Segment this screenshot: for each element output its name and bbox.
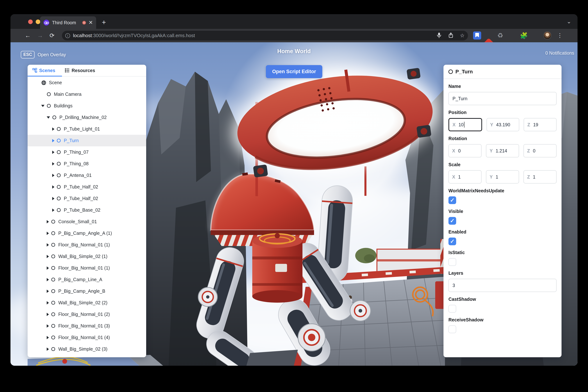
tree-node-p-thing-07[interactable]: P_Thing_07 bbox=[28, 146, 146, 158]
site-info-icon[interactable]: i bbox=[65, 33, 70, 38]
tree-node-p-turn[interactable]: P_Turn bbox=[28, 135, 146, 146]
caret-right-icon[interactable] bbox=[52, 139, 54, 142]
rotation-y-input[interactable]: Y1.214 bbox=[486, 144, 519, 158]
caret-right-icon[interactable] bbox=[52, 197, 54, 200]
back-button[interactable]: ← bbox=[24, 32, 32, 40]
caret-right-icon[interactable] bbox=[52, 208, 54, 212]
tree-node-p-big-camp-angle-b[interactable]: P_Big_Camp_Angle_B bbox=[28, 285, 146, 297]
tab-resources[interactable]: Resources bbox=[60, 65, 100, 76]
url-bar[interactable]: i localhost:3000/world/!vjrzmTVOcyIsLgaA… bbox=[62, 31, 468, 40]
open-script-editor-button[interactable]: Open Script Editor bbox=[266, 65, 322, 78]
tree-node-label: P_Tube_Light_01 bbox=[64, 126, 100, 132]
tree-node-label: Buildings bbox=[54, 103, 72, 108]
tree-node-floor-big-normal-01-1-[interactable]: Floor_Big_Normal_01 (1) bbox=[28, 239, 146, 250]
tree-node-label: P_Turn bbox=[64, 138, 79, 143]
tree-node-floor-big-normal-01-4-[interactable]: Floor_Big_Normal_01 (4) bbox=[28, 332, 146, 343]
receiveshadow-checkbox[interactable] bbox=[448, 326, 456, 333]
window-minimize-button[interactable] bbox=[36, 20, 40, 24]
microphone-icon[interactable] bbox=[436, 32, 442, 39]
position-y-input[interactable]: Y43.190 bbox=[486, 118, 520, 131]
tree-node-label: P_Thing_07 bbox=[64, 150, 88, 155]
tree-node-p-big-camp-line-a[interactable]: P_Big_Camp_Line_A bbox=[28, 274, 146, 285]
caret-right-icon[interactable] bbox=[52, 128, 54, 131]
new-tab-button[interactable]: + bbox=[100, 18, 108, 27]
node-circle-icon bbox=[51, 254, 55, 258]
caret-right-icon[interactable] bbox=[47, 313, 49, 316]
thirdroom-favicon-icon bbox=[44, 20, 49, 26]
tree-node-floor-big-normal-01-1-[interactable]: Floor_Big_Normal_01 (1) bbox=[28, 262, 146, 274]
node-circle-icon bbox=[57, 139, 61, 142]
tree-node-scene[interactable]: Scene bbox=[28, 77, 146, 88]
inspector-header: P_Turn bbox=[444, 65, 562, 79]
tree-node-p-tube-half-02[interactable]: P_Tube_Half_02 bbox=[28, 193, 146, 204]
tab-close-icon[interactable]: ✕ bbox=[88, 20, 93, 25]
caret-right-icon[interactable] bbox=[47, 324, 49, 328]
tree-node-buildings[interactable]: Buildings bbox=[28, 100, 146, 112]
extensions-puzzle-icon[interactable]: 🧩 bbox=[520, 32, 528, 40]
caret-right-icon[interactable] bbox=[52, 185, 54, 189]
tree-node-p-antena-01[interactable]: P_Antena_01 bbox=[28, 170, 146, 181]
caret-right-icon[interactable] bbox=[47, 220, 49, 224]
caret-right-icon[interactable] bbox=[47, 255, 49, 258]
castshadow-checkbox[interactable] bbox=[448, 305, 456, 312]
caret-right-icon[interactable] bbox=[47, 301, 49, 304]
caret-right-icon[interactable] bbox=[47, 336, 49, 339]
tree-node-wall-big-simple-02-3-[interactable]: Wall_Big_Simple_02 (3) bbox=[28, 343, 146, 355]
worldmatrixneedsupdate-checkbox[interactable]: ✓ bbox=[448, 196, 456, 204]
tree-node-p-tube-half-02[interactable]: P_Tube_Half_02 bbox=[28, 181, 146, 193]
tree-node-p-drilling-machine-02[interactable]: P_Drilling_Machine_02 bbox=[28, 112, 146, 123]
field-rotation: RotationX0Y1.214Z0 bbox=[448, 136, 556, 158]
caret-right-icon[interactable] bbox=[52, 174, 54, 177]
tree-node-p-tube-light-01[interactable]: P_Tube_Light_01 bbox=[28, 123, 146, 135]
node-circle-icon bbox=[51, 266, 55, 270]
tree-node-console-small-01[interactable]: Console_Small_01 bbox=[28, 216, 146, 228]
caret-right-icon[interactable] bbox=[47, 266, 49, 270]
caret-right-icon[interactable] bbox=[47, 290, 49, 293]
tree-node-wall-big-simple-02-2-[interactable]: Wall_Big_Simple_02 (2) bbox=[28, 297, 146, 308]
scale-x-input[interactable]: X1 bbox=[448, 170, 482, 184]
reload-button[interactable]: ⟳ bbox=[48, 32, 56, 40]
caret-right-icon[interactable] bbox=[52, 162, 54, 166]
caret-down-icon[interactable] bbox=[47, 116, 50, 118]
name-input[interactable]: P_Turn bbox=[448, 92, 556, 105]
visible-checkbox[interactable]: ✓ bbox=[448, 217, 456, 225]
position-z-input[interactable]: Z19 bbox=[524, 118, 556, 131]
extension-recycle-icon[interactable]: ♻ bbox=[496, 32, 504, 40]
profile-avatar[interactable] bbox=[543, 32, 552, 40]
isstatic-checkbox[interactable] bbox=[448, 258, 456, 266]
scale-z-input[interactable]: Z1 bbox=[524, 170, 556, 184]
caret-right-icon[interactable] bbox=[52, 150, 54, 154]
enabled-checkbox[interactable]: ✓ bbox=[448, 238, 456, 245]
world-viewport[interactable]: ESC Open Overlay Home World 0 Notificati… bbox=[10, 42, 578, 366]
rotation-x-input[interactable]: X0 bbox=[448, 144, 482, 158]
forward-button[interactable]: → bbox=[36, 32, 44, 40]
browser-tab[interactable]: Third Room ✕ bbox=[40, 16, 96, 29]
caret-right-icon[interactable] bbox=[47, 232, 49, 235]
caret-right-icon[interactable] bbox=[47, 243, 49, 246]
active-tab-underline bbox=[28, 76, 62, 76]
caret-down-icon[interactable] bbox=[41, 105, 44, 107]
tree-node-floor-big-normal-01-3-[interactable]: Floor_Big_Normal_01 (3) bbox=[28, 320, 146, 332]
caret-right-icon[interactable] bbox=[47, 348, 49, 351]
tab-search-chevron-icon[interactable]: ⌄ bbox=[567, 18, 571, 25]
share-icon[interactable] bbox=[447, 32, 454, 39]
tree-node-main-camera[interactable]: Main Camera bbox=[28, 88, 146, 100]
axis-value: 1.214 bbox=[496, 148, 507, 154]
position-x-input[interactable]: X10 bbox=[448, 118, 482, 131]
layers-input[interactable]: 3 bbox=[448, 279, 556, 292]
caret-right-icon[interactable] bbox=[47, 278, 49, 281]
bookmark-star-icon[interactable]: ☆ bbox=[459, 32, 466, 39]
tree-node-floor-big-normal-01-2-[interactable]: Floor_Big_Normal_01 (2) bbox=[28, 308, 146, 320]
tree-node-p-thing-08[interactable]: P_Thing_08 bbox=[28, 158, 146, 170]
tree-node-p-tube-base-02[interactable]: P_Tube_Base_02 bbox=[28, 204, 146, 216]
tab-scenes[interactable]: Scenes bbox=[28, 65, 60, 76]
browser-menu-icon[interactable]: ⋮ bbox=[556, 32, 564, 40]
tree-node-p-big-camp-angle-a-1-[interactable]: P_Big_Camp_Angle_A (1) bbox=[28, 228, 146, 239]
notifications-status[interactable]: 0 Notifications bbox=[545, 50, 574, 56]
window-close-button[interactable] bbox=[28, 20, 33, 24]
rotation-z-input[interactable]: Z0 bbox=[524, 144, 556, 158]
browser-toolbar: ← → ⟳ i localhost:3000/world/!vjrzmTVOcy… bbox=[10, 29, 578, 42]
scale-y-input[interactable]: Y1 bbox=[486, 170, 519, 184]
tree-node-wall-big-simple-02-1-[interactable]: Wall_Big_Simple_02 (1) bbox=[28, 250, 146, 262]
extension-password-manager-icon[interactable] bbox=[473, 32, 481, 40]
